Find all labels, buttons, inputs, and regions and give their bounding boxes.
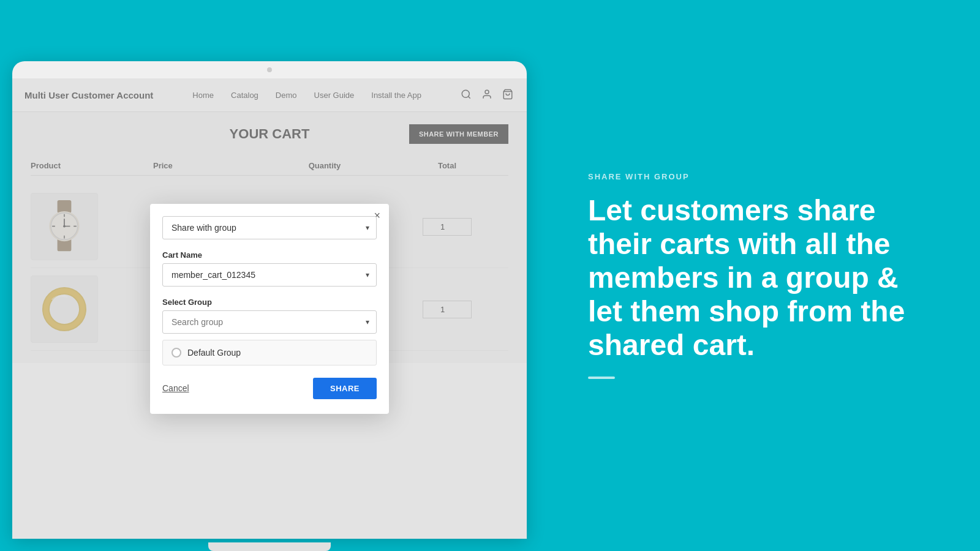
right-panel: SHARE WITH GROUP Let customers share the… (539, 0, 980, 551)
laptop-frame: Multi User Customer Account Home Catalog… (12, 61, 527, 539)
divider (588, 377, 615, 379)
share-type-select[interactable]: Share with group (162, 216, 377, 239)
group-radio[interactable] (172, 348, 181, 358)
cart-name-wrapper: member_cart_012345 ▾ (162, 263, 377, 287)
group-name: Default Group (187, 348, 241, 358)
select-group-label: Select Group (162, 298, 377, 307)
group-list: Default Group (162, 340, 377, 365)
search-group-input[interactable] (162, 310, 377, 334)
browser-content: Multi User Customer Account Home Catalog… (12, 78, 527, 539)
search-group-wrapper: ▾ (162, 310, 377, 334)
list-item[interactable]: Default Group (163, 340, 376, 365)
modal-overlay: × Share with group ▾ Cart Name member_ca… (12, 78, 527, 539)
feature-heading: Let customers share their carts with all… (588, 193, 907, 362)
feature-label: SHARE WITH GROUP (588, 172, 907, 181)
right-content: SHARE WITH GROUP Let customers share the… (588, 172, 907, 380)
share-modal: × Share with group ▾ Cart Name member_ca… (150, 204, 389, 414)
modal-actions: Cancel SHARE (162, 378, 377, 399)
share-type-wrapper: Share with group ▾ (162, 216, 377, 239)
cart-name-select[interactable]: member_cart_012345 (162, 263, 377, 287)
share-button[interactable]: SHARE (313, 378, 377, 399)
cart-name-label: Cart Name (162, 250, 377, 260)
cancel-button[interactable]: Cancel (162, 383, 189, 393)
left-panel: Multi User Customer Account Home Catalog… (0, 0, 539, 551)
camera-dot (267, 67, 272, 72)
laptop-bottom (208, 542, 331, 551)
